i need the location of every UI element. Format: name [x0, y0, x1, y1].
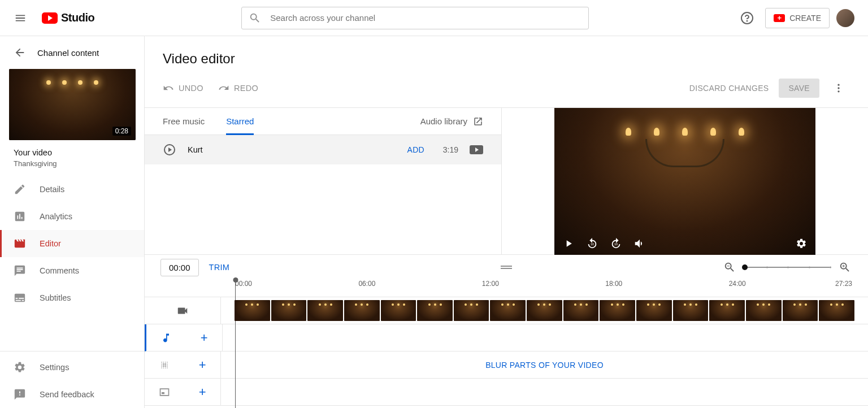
svg-rect-9	[501, 268, 512, 269]
youtube-play-icon	[42, 12, 58, 24]
add-blur-button[interactable]: +	[199, 358, 206, 372]
editor-icon	[14, 237, 26, 250]
svg-point-4	[837, 90, 839, 92]
help-icon	[740, 11, 754, 25]
zoom-out-button[interactable]	[722, 260, 737, 275]
svg-point-16	[165, 363, 167, 365]
mute-button[interactable]	[632, 236, 647, 251]
external-link-icon	[473, 116, 483, 127]
sidebar-item-editor[interactable]: Editor	[0, 230, 144, 257]
save-button: SAVE	[779, 79, 819, 98]
blur-icon	[159, 359, 170, 371]
sidebar-item-feedback[interactable]: Send feedback	[0, 381, 144, 408]
play-circle-icon[interactable]	[163, 143, 176, 157]
sidebar: Channel content 0:28 Your video Thanksgi…	[0, 36, 145, 408]
create-icon	[774, 14, 785, 22]
music-panel: Free music Starred Audio library Kurt AD…	[145, 108, 502, 254]
svg-point-14	[161, 363, 162, 364]
gear-icon	[14, 361, 26, 374]
music-note-icon	[160, 332, 172, 344]
trim-button[interactable]: TRIM	[209, 263, 230, 272]
tab-starred[interactable]: Starred	[226, 108, 254, 135]
ruler-tick: 00:00	[235, 280, 358, 288]
sidebar-item-comments[interactable]: Comments	[0, 257, 144, 284]
tab-free-music[interactable]: Free music	[163, 108, 205, 135]
zoom-in-button[interactable]	[837, 260, 852, 275]
account-avatar[interactable]	[836, 9, 854, 27]
video-clip-frames[interactable]	[221, 297, 868, 324]
sidebar-item-subtitles[interactable]: Subtitles	[0, 284, 144, 311]
timecode-display[interactable]: 00:00	[160, 259, 199, 276]
forward-10-button[interactable]: 10	[609, 236, 623, 251]
add-end-screen-button[interactable]: +	[199, 385, 206, 400]
preview-settings-button[interactable]	[794, 236, 809, 251]
ruler-tick: 06:00	[358, 280, 481, 288]
video-thumbnail[interactable]: 0:28	[9, 69, 136, 140]
svg-point-15	[163, 363, 164, 365]
audio-library-link[interactable]: Audio library	[420, 116, 483, 127]
video-preview[interactable]: 10 10	[554, 108, 815, 255]
ruler-tick: 12:00	[482, 280, 605, 288]
sidebar-item-analytics[interactable]: Analytics	[0, 203, 144, 230]
svg-point-2	[837, 84, 839, 86]
main-panel: Video editor UNDO REDO DISCARD CHANGES S…	[145, 36, 868, 408]
ruler-end: 27:23	[835, 280, 852, 288]
create-label: CREATE	[789, 14, 821, 23]
help-button[interactable]	[736, 7, 758, 29]
feedback-icon	[14, 388, 26, 401]
app-header: Studio CREATE	[0, 0, 868, 36]
more-options-button[interactable]	[827, 77, 850, 99]
svg-rect-8	[501, 266, 512, 267]
your-video-label: Your video	[14, 148, 131, 157]
zoom-out-icon	[723, 261, 736, 274]
svg-point-24	[165, 367, 166, 368]
svg-point-13	[167, 362, 168, 363]
analytics-icon	[14, 210, 26, 223]
back-to-channel-content[interactable]: Channel content	[0, 36, 144, 69]
youtube-badge-icon	[470, 145, 483, 154]
track-name: Kurt	[188, 145, 396, 154]
play-button[interactable]	[561, 236, 576, 251]
blur-parts-button[interactable]: BLUR PARTS OF YOUR VIDEO	[485, 361, 604, 370]
search-input[interactable]	[270, 13, 581, 23]
search-icon	[249, 12, 261, 24]
music-track-row[interactable]: Kurt ADD 3:19	[145, 135, 501, 164]
end-screen-track[interactable]: +	[145, 379, 868, 406]
sidebar-item-details[interactable]: Details	[0, 176, 144, 203]
comments-icon	[14, 264, 26, 277]
redo-button[interactable]: REDO	[218, 83, 258, 94]
redo-icon	[218, 83, 229, 94]
add-track-button[interactable]: ADD	[407, 145, 424, 154]
create-button[interactable]: CREATE	[765, 8, 830, 28]
svg-point-12	[165, 362, 166, 363]
resize-handle[interactable]	[501, 264, 512, 270]
svg-point-21	[167, 365, 168, 366]
svg-point-11	[163, 362, 164, 363]
video-title: Thanksgiving	[14, 159, 131, 168]
play-icon	[563, 238, 574, 249]
logo-text: Studio	[61, 11, 94, 24]
svg-point-10	[161, 362, 162, 363]
rewind-10-button[interactable]: 10	[585, 236, 600, 251]
svg-text:10: 10	[614, 242, 618, 245]
video-icon	[176, 305, 189, 317]
svg-rect-26	[162, 392, 164, 394]
kebab-icon	[833, 83, 844, 94]
blur-track[interactable]: + BLUR PARTS OF YOUR VIDEO	[145, 351, 868, 379]
studio-logo[interactable]: Studio	[42, 11, 94, 24]
timeline-controls: 00:00 TRIM	[145, 255, 868, 280]
audio-track[interactable]: +	[145, 324, 868, 351]
video-track[interactable]	[145, 297, 868, 324]
search-bar[interactable]	[241, 7, 589, 29]
ruler-tick: 24:00	[729, 280, 852, 288]
undo-button[interactable]: UNDO	[163, 83, 203, 94]
discard-changes-button[interactable]: DISCARD CHANGES	[689, 84, 769, 93]
sidebar-item-settings[interactable]: Settings	[0, 354, 144, 381]
arrow-left-icon	[14, 46, 26, 59]
timeline-ruler[interactable]: 00:00 06:00 12:00 18:00 24:00 27:23	[145, 280, 868, 297]
zoom-slider[interactable]	[745, 267, 830, 268]
hamburger-menu-button[interactable]	[9, 7, 32, 29]
add-audio-button[interactable]: +	[201, 331, 208, 345]
subtitles-icon	[14, 292, 26, 304]
page-title: Video editor	[145, 36, 868, 77]
